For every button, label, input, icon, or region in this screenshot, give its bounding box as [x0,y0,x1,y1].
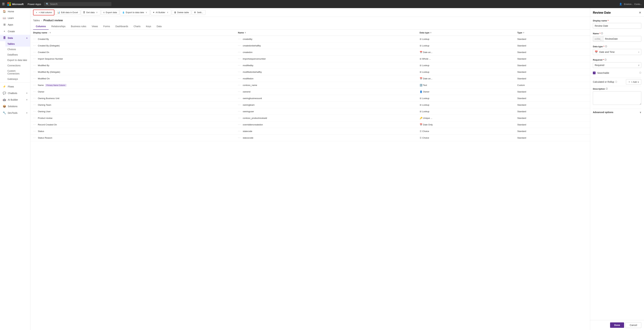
row-dots-menu[interactable]: ··· [33,57,36,60]
add-column-button[interactable]: ＋ + Add column [33,10,54,15]
name-dots-menu[interactable]: ··· [238,77,241,80]
sidebar-item-solutions[interactable]: 📦 Solutions [0,103,30,110]
sidebar-item-export-datalake[interactable]: Export to data lake [6,58,30,63]
name-dots-menu[interactable]: ··· [238,38,241,40]
row-dots-menu[interactable]: ··· [33,38,36,40]
tab-relationships[interactable]: Relationships [48,23,68,30]
tab-keys[interactable]: Keys [143,23,154,30]
sidebar-item-gateways[interactable]: Gateways [6,76,30,82]
row-dots-menu[interactable]: ··· [33,116,36,119]
data-type-select-wrapper[interactable]: 📅 Date and Time ∨ [593,49,641,55]
name-dots-menu[interactable]: ··· [238,110,241,113]
row-dots-menu[interactable]: ··· [33,77,36,80]
export-data-button[interactable]: ⎋ Export data [101,10,119,15]
name-input[interactable] [603,36,641,42]
row-dots-menu[interactable]: ··· [33,97,36,100]
datatype-filter-icon[interactable]: ∨ [430,32,432,34]
type-filter-icon[interactable]: ∨ [523,32,524,34]
tab-columns[interactable]: Columns [33,23,48,30]
row-dots-menu[interactable]: ··· [33,70,36,73]
th-name[interactable]: Name ∨ [235,30,417,36]
name-dots-menu[interactable]: ··· [238,64,241,67]
th-datatype[interactable]: Data type ∨ [417,30,515,36]
name-info-icon[interactable]: ⓘ [601,32,603,35]
name-filter-icon[interactable]: ∨ [244,32,246,34]
th-displayname[interactable]: Display name ↑ ∨ [30,30,235,36]
description-textarea[interactable] [593,91,641,105]
sidebar-item-connections[interactable]: Connections [6,63,30,68]
environment-badge[interactable]: Environ... Conto... [624,3,642,6]
sidebar-item-dataflows[interactable]: Dataflows [6,52,30,58]
name-dots-menu[interactable]: ··· [238,70,241,73]
sidebar-item-apps[interactable]: ⊞ Apps [0,21,30,28]
delete-table-button[interactable]: 🗑 Delete table [172,10,191,15]
search-input[interactable] [50,3,110,6]
sidebar-item-tables[interactable]: Tables [6,41,30,46]
tab-data[interactable]: Data [154,23,164,30]
name-dots-menu[interactable]: ··· [238,130,241,132]
sidebar-item-create[interactable]: ＋ Create [0,28,30,35]
row-dots-menu[interactable]: ··· [33,136,36,139]
searchable-info-icon[interactable]: ⓘ [639,72,641,74]
done-button[interactable]: Done [610,322,624,328]
datalake-chevron-icon[interactable]: ∨ [145,11,148,14]
row-dots-menu[interactable]: ··· [33,44,36,47]
tab-businessrules[interactable]: Business rules [68,23,89,30]
row-dots-menu[interactable]: ··· [33,84,36,86]
ai-chevron-icon[interactable]: ∨ [166,11,169,14]
name-dots-menu[interactable]: ··· [238,97,241,100]
displayname-filter-icon[interactable]: ∨ [50,32,51,34]
tab-charts[interactable]: Charts [131,23,143,30]
tab-views[interactable]: Views [89,23,100,30]
get-data-button[interactable]: 🗄 Get data ∨ [81,10,100,15]
tab-dashboards[interactable]: Dashboards [113,23,131,30]
data-type-info-icon[interactable]: ⓘ [605,45,607,48]
row-dots-menu[interactable]: ··· [33,90,36,93]
ai-builder-button[interactable]: ✦ AI Builder ∨ [150,10,171,15]
name-dots-menu[interactable]: ··· [238,84,241,86]
hamburger-menu[interactable]: ☰ [2,2,5,6]
sidebar-item-aibuilder[interactable]: 🤖 AI Builder ∨ [0,96,30,103]
search-bar[interactable]: 🔍 [44,2,112,6]
sidebar-item-learn[interactable]: 📖 Learn [0,15,30,21]
sidebar-item-choices[interactable]: Choices [6,46,30,52]
calc-rollup-info-icon[interactable]: ⓘ [615,80,617,84]
panel-close-button[interactable]: ✕ [639,11,641,14]
name-dots-menu[interactable]: ··· [238,44,241,47]
display-name-input[interactable] [593,23,641,29]
sidebar-item-chatbots[interactable]: 💬 Chatbots ∨ [0,90,30,96]
row-dots-menu[interactable]: ··· [33,64,36,67]
row-dots-menu[interactable]: ··· [33,103,36,106]
name-dots-menu[interactable]: ··· [238,51,241,54]
name-dots-menu[interactable]: ··· [238,57,241,60]
required-info-icon[interactable]: ⓘ [604,58,606,61]
sidebar-item-devtools[interactable]: 🔧 DevTools ∨ [0,110,30,116]
searchable-checkbox[interactable]: ✓ [593,72,596,74]
name-dots-menu[interactable]: ··· [238,103,241,106]
get-data-chevron-icon[interactable]: ∨ [96,11,98,14]
sidebar-item-home[interactable]: 🏠 Home [0,8,30,15]
name-dots-menu[interactable]: ··· [238,90,241,93]
advanced-options-row[interactable]: Advanced options ∨ [593,110,641,114]
breadcrumb-tables-link[interactable]: Tables [33,19,40,22]
export-datalake-button[interactable]: 💧 Export to data lake ∨ [120,10,150,15]
row-dots-menu[interactable]: ··· [33,130,36,132]
display-name-required: * [608,20,608,22]
name-dots-menu[interactable]: ··· [238,136,241,139]
tab-forms[interactable]: Forms [100,23,113,30]
name-dots-menu[interactable]: ··· [238,123,241,126]
row-dots-menu[interactable]: ··· [33,110,36,113]
calc-rollup-add-button[interactable]: ＋ + Add ∨ [626,79,641,84]
settings-button[interactable]: ⚙ Setti... [192,10,206,15]
description-info-icon[interactable]: ⓘ [606,88,608,90]
sidebar-item-data[interactable]: 🗄 Data ∧ [0,35,30,41]
row-dots-menu[interactable]: ··· [33,123,36,126]
name-dots-menu[interactable]: ··· [238,116,241,119]
row-dots-menu[interactable]: ··· [33,51,36,54]
sidebar-item-custom-connectors[interactable]: Custom Connectors [6,68,30,76]
cancel-button[interactable]: Cancel [626,322,641,328]
sidebar-item-flows[interactable]: ⚡ Flows [0,83,30,90]
required-select[interactable]: Required Optional [593,62,641,68]
edit-data-excel-button[interactable]: 📊 Edit data in Excel [55,10,80,15]
th-type[interactable]: Type ∨ [514,30,590,36]
